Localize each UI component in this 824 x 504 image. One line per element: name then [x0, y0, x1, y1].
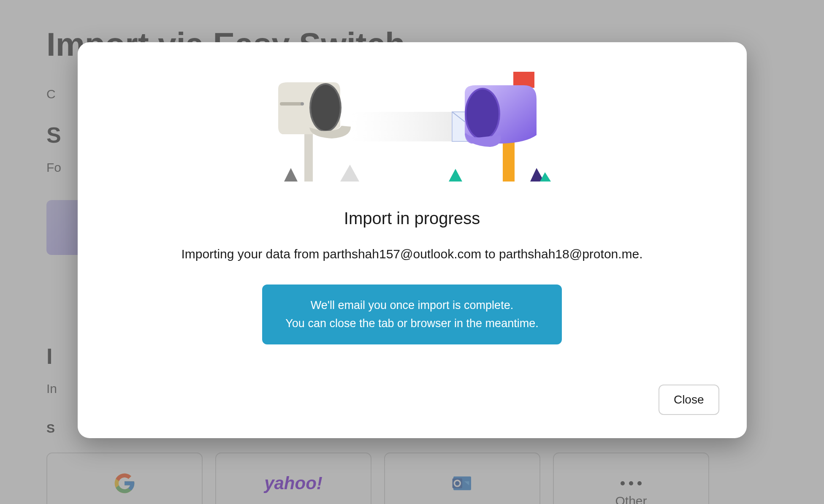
info-line-1: We'll email you once import is complete.	[278, 296, 546, 314]
svg-rect-10	[351, 112, 456, 141]
svg-point-7	[301, 102, 304, 106]
svg-marker-8	[284, 168, 298, 182]
svg-rect-6	[280, 102, 303, 106]
info-box: We'll email you once import is complete.…	[262, 285, 562, 344]
mailbox-illustration	[105, 68, 719, 182]
modal-title: Import in progress	[105, 209, 719, 228]
svg-marker-20	[540, 172, 551, 182]
svg-point-17	[466, 89, 499, 138]
info-line-2: You can close the tab or browser in the …	[278, 314, 546, 333]
svg-point-5	[311, 85, 340, 130]
modal-overlay: Import in progress Importing your data f…	[0, 0, 824, 504]
svg-rect-15	[503, 137, 515, 182]
modal-footer: Close	[105, 385, 719, 415]
import-progress-modal: Import in progress Importing your data f…	[78, 42, 747, 438]
modal-subtitle: Importing your data from parthshah157@ou…	[105, 247, 719, 261]
svg-rect-3	[304, 131, 313, 182]
close-button[interactable]: Close	[659, 385, 719, 415]
svg-marker-9	[340, 165, 359, 182]
svg-marker-18	[449, 169, 462, 182]
